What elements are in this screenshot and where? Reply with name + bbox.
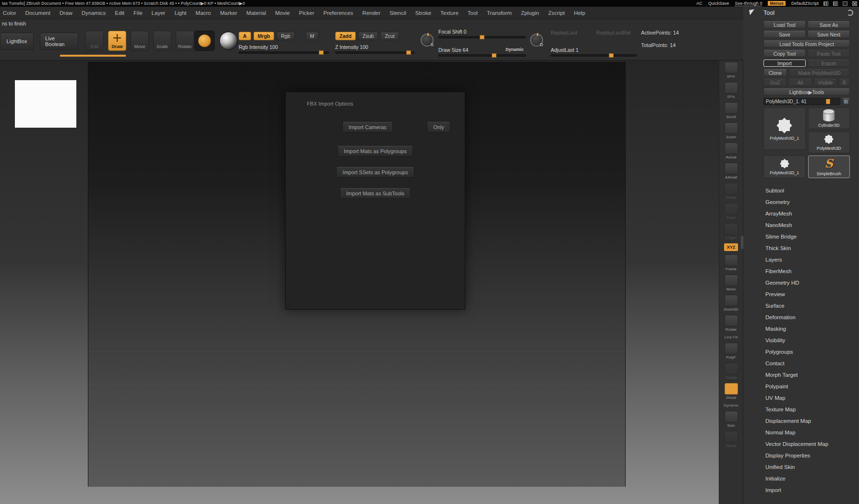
tool-section-header[interactable]: Display Properties [763, 450, 850, 461]
adjust-last-slider[interactable]: AdjustLast 1 [551, 47, 637, 57]
menu-item[interactable]: File [133, 10, 143, 16]
menu-item[interactable]: Draw [60, 10, 73, 16]
slider-handle[interactable] [609, 53, 614, 58]
focal-shift-slider[interactable]: Focal Shift 0 [438, 29, 526, 38]
tool-panel-button[interactable]: Clone [763, 69, 787, 76]
menu-item[interactable]: Tool [468, 10, 478, 16]
slider-track[interactable] [438, 36, 526, 38]
menu-item[interactable]: Stencil [389, 10, 406, 16]
tool-section-header[interactable]: Thick Skin [763, 242, 850, 254]
shelf-item[interactable]: PolyF [719, 343, 743, 360]
menu-item[interactable]: Zscript [548, 10, 565, 16]
shelf-item[interactable]: SPix [719, 82, 743, 99]
tool-panel-button[interactable]: R [839, 79, 850, 86]
tool-name-slider[interactable]: PolyMesh3D_1. 41 [763, 98, 840, 105]
shelf-item[interactable]: Dynamic [719, 403, 743, 408]
tool-panel-button[interactable]: Export [808, 60, 850, 67]
mode-button[interactable]: Rotate [176, 31, 194, 51]
tool-section-header[interactable]: Normal Map [763, 427, 850, 438]
tool-section-header[interactable]: Subtool [763, 185, 850, 196]
sculpt-mode-button[interactable]: Zadd [335, 32, 356, 40]
shelf-item[interactable]: AAHalf [719, 163, 743, 180]
tool-section-header[interactable]: Displacement Map [763, 415, 850, 427]
tool-section-header[interactable]: Unified Skin [763, 461, 850, 473]
tool-panel-button[interactable]: Copy Tool [763, 50, 806, 57]
mode-button[interactable]: Scale [153, 31, 171, 51]
tool-section-header[interactable]: Polygroups [763, 346, 850, 358]
slider-handle[interactable] [319, 50, 324, 55]
slider-track[interactable] [438, 54, 526, 57]
sculpt-mode-button[interactable]: Zsub [358, 32, 378, 40]
shelf-item[interactable]: Xpose [719, 431, 743, 448]
rgb-intensity-slider[interactable]: Rgb Intensity 100 [239, 44, 329, 54]
tool-section-header[interactable]: Deformation [763, 312, 850, 323]
menu-item[interactable]: Texture [440, 10, 459, 16]
shelf-item[interactable]: Actual [719, 143, 743, 159]
tool-section-header[interactable]: Geometry [763, 196, 850, 208]
tool-section-header[interactable]: NanoMesh [763, 219, 850, 231]
menu-item[interactable]: Macro [195, 10, 211, 16]
shelf-item[interactable]: Rotate [719, 315, 743, 332]
dialog-button[interactable]: Import Mats as SubTools [340, 188, 411, 199]
shelf-item[interactable]: Zoom [719, 122, 743, 139]
panel-divider-grip[interactable] [741, 236, 743, 249]
shelf-item[interactable]: Floor [719, 203, 743, 220]
dialog-button[interactable]: Import SSets as Polygroups [336, 167, 414, 178]
minimize-icon[interactable] [843, 1, 847, 6]
slider-track[interactable] [551, 54, 637, 57]
tool-section-header[interactable]: Masking [763, 323, 850, 335]
tool-thumb-polymesh[interactable]: PolyMesh3D [808, 132, 850, 153]
paint-mode-button[interactable]: A [239, 32, 251, 40]
tool-section-header[interactable]: ArrayMesh [763, 208, 850, 219]
slider-handle[interactable] [406, 50, 411, 55]
tool-panel-button[interactable]: All [788, 79, 811, 86]
tool-section-header[interactable]: Import [763, 484, 850, 496]
titlebar-action[interactable]: See-through 0 [735, 1, 762, 6]
menu-item[interactable]: Stroke [415, 10, 431, 16]
menu-item[interactable]: Render [363, 10, 381, 16]
tool-panel-button[interactable]: Visible [814, 79, 837, 86]
shelf-item[interactable]: Line Fill [719, 335, 743, 339]
menu-item[interactable]: Edit [115, 10, 124, 16]
shelf-item[interactable]: BPR [719, 62, 743, 79]
tool-panel-button[interactable]: Paste Tool [808, 50, 850, 57]
tool-panel-button[interactable]: Save Next [808, 31, 850, 38]
menu-item[interactable]: Marker [220, 10, 237, 16]
tool-section-header[interactable]: Texture Map [763, 404, 850, 415]
tool-section-header[interactable]: Layers [763, 254, 850, 265]
tool-panel-button[interactable]: GoZ [763, 79, 786, 86]
tool-panel-button[interactable]: Load Tool [763, 21, 806, 28]
menu-item[interactable]: Layer [152, 10, 166, 16]
shelf-item[interactable]: Scroll [719, 102, 743, 119]
tool-section-header[interactable]: Preview [763, 288, 850, 300]
cursor-icon[interactable] [749, 9, 755, 15]
menu-item[interactable]: Transform [487, 10, 512, 16]
menu-item[interactable]: Document [25, 10, 50, 16]
tool-panel-button[interactable]: Load Tools From Project [763, 40, 850, 48]
replay-last-rel-button[interactable]: ReplayLastRel [596, 30, 631, 36]
titlebar-action[interactable]: QuickSave [708, 1, 729, 6]
slider-track[interactable] [335, 51, 414, 54]
tool-thumb-polymesh1[interactable]: PolyMesh3D_1 [763, 156, 806, 178]
stroke-dial[interactable]: S [421, 34, 434, 47]
layout-switch-icon[interactable] [823, 1, 828, 6]
mode-button[interactable]: Draw [108, 31, 126, 51]
menu-item[interactable]: Picker [299, 10, 315, 16]
restore-configuration-icon[interactable] [847, 10, 853, 16]
current-tool-thumb[interactable]: PolyMesh3D_1 [763, 108, 806, 150]
tool-section-header[interactable]: Morph Target [763, 369, 850, 381]
paint-mode-button[interactable]: M [306, 32, 319, 40]
tool-panel-button[interactable]: Import [763, 60, 806, 67]
mode-button[interactable]: Edit [85, 31, 104, 51]
lightbox-button[interactable]: LightBox [0, 33, 34, 50]
sculpt-mode-button[interactable]: Zcut [380, 32, 399, 40]
r-button[interactable]: R [842, 98, 850, 105]
tool-section-header[interactable]: Slime Bridge [763, 231, 850, 242]
shelf-item[interactable]: Transp [719, 363, 743, 380]
titlebar-action[interactable]: AC [696, 1, 702, 6]
tool-section-header[interactable]: Contact [763, 358, 850, 369]
tool-section-header[interactable]: FiberMesh [763, 265, 850, 277]
slider-handle[interactable] [826, 99, 830, 104]
close-icon[interactable] [852, 1, 857, 6]
dialog-button[interactable]: Import Mats as Polygroups [338, 146, 413, 156]
